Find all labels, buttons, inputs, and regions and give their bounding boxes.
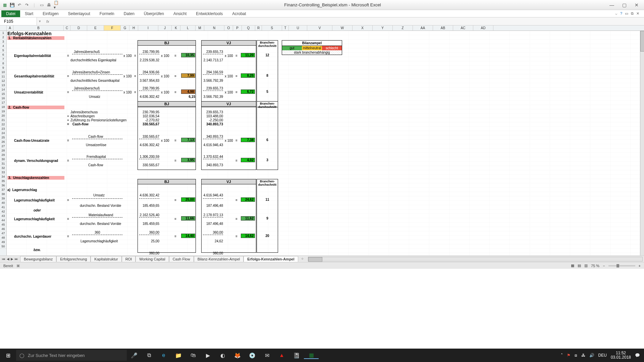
- quick-access-toolbar: ▦ 💾 ↶ ↷ | ▭ 🖶 📋▾: [0, 2, 61, 8]
- print-icon[interactable]: 🖶: [46, 2, 52, 8]
- redo-icon[interactable]: ↷: [24, 2, 30, 8]
- tray-lang[interactable]: DEU: [598, 353, 607, 358]
- zoom-in-icon[interactable]: +: [639, 264, 641, 268]
- name-box[interactable]: F105: [0, 17, 37, 25]
- help-icon[interactable]: ?: [620, 11, 622, 16]
- macro-icon[interactable]: ▣: [16, 263, 20, 268]
- undo-icon[interactable]: ↶: [17, 2, 22, 8]
- minimize-icon[interactable]: —: [609, 2, 614, 8]
- window-icon[interactable]: ▭: [625, 11, 628, 16]
- zoom-level: 75 %: [591, 264, 599, 268]
- window-title: Finanz-Controlling_Beispiel.xlsm - Micro…: [61, 2, 604, 7]
- tray-volume-icon[interactable]: 🔊: [589, 353, 594, 358]
- view-break-icon[interactable]: ▥: [584, 263, 588, 268]
- restore-icon[interactable]: ⧉: [631, 11, 634, 16]
- formula-input[interactable]: [53, 17, 644, 25]
- section-3: 3. Umschlagskennzahlen: [7, 176, 64, 180]
- ampel-title: Bilanzampel: [282, 41, 342, 46]
- ribbon: Datei Start Einfügen Seitenlayout Formel…: [0, 10, 644, 17]
- disc-icon[interactable]: 💿: [245, 352, 260, 359]
- store-icon[interactable]: 🛍: [186, 352, 201, 358]
- search-icon: ◯: [19, 353, 24, 358]
- tray-notifications-icon[interactable]: 💬: [635, 353, 640, 358]
- sheet-tabs: ⏮◀▶⏭ Bewegungsbilanz Erfolgsrechnung Kap…: [0, 255, 644, 262]
- status-bar: Bereit ▣ ▦ ▤ ▥ 75 % − +: [0, 262, 644, 269]
- acrobat-icon[interactable]: ▲: [274, 352, 289, 358]
- explorer-icon[interactable]: 📁: [171, 352, 186, 359]
- edge-icon[interactable]: e: [156, 352, 171, 358]
- tab-formulas[interactable]: Formeln: [95, 10, 119, 17]
- tab-data[interactable]: Daten: [119, 10, 139, 17]
- tray-clock[interactable]: 11:5203.01.2018: [611, 351, 631, 360]
- vj-header: VJ: [201, 40, 256, 46]
- window-controls: — ▢ ✕: [604, 2, 644, 8]
- media-icon[interactable]: ▶: [201, 352, 215, 359]
- column-headers[interactable]: A B C D E F G H I J K L M N O P Q R S T …: [0, 25, 644, 31]
- cortana-mic-icon[interactable]: 🎤: [127, 352, 142, 359]
- section-2: 2. Cash-flow: [7, 106, 64, 109]
- paste-icon[interactable]: 📋▾: [54, 2, 59, 8]
- vertical-scrollbar[interactable]: [640, 31, 644, 255]
- tray-security-icon[interactable]: ⚑: [567, 353, 571, 358]
- tray-dropbox-icon[interactable]: ⧈: [575, 353, 577, 358]
- sheet-tab[interactable]: Kapitalstruktur: [91, 256, 121, 262]
- status-ready: Bereit: [3, 264, 13, 268]
- tray-network-icon[interactable]: 🖧: [581, 353, 585, 358]
- new-icon[interactable]: ▭: [39, 2, 44, 8]
- taskbar-search[interactable]: ◯Zur Suche Text hier eingeben: [16, 350, 127, 361]
- bj-header: BJ: [138, 40, 196, 46]
- row-headers[interactable]: 1234567891011121314151617181920212223242…: [0, 31, 7, 255]
- tab-insert[interactable]: Einfügen: [38, 10, 63, 17]
- excel-taskbar-icon[interactable]: ▦: [304, 352, 319, 359]
- sheet-tab[interactable]: Cash Flow: [169, 256, 194, 262]
- excel-icon: ▦: [2, 2, 7, 8]
- bilanzampel: Bilanzampel gut mittelneutral schlecht s…: [282, 40, 342, 55]
- sheet-tab[interactable]: Bewegungsbilanz: [20, 256, 56, 262]
- sheet-tab[interactable]: ROI: [122, 256, 136, 262]
- worksheet[interactable]: 1234567891011121314151617181920212223242…: [0, 31, 644, 255]
- close2-icon[interactable]: ✕: [636, 11, 639, 16]
- sep: |: [32, 2, 37, 8]
- sheet-nav[interactable]: ⏮◀▶⏭: [0, 257, 20, 261]
- tab-developer[interactable]: Entwicklertools: [191, 10, 227, 17]
- fx-icon[interactable]: fx: [43, 19, 53, 23]
- tab-file[interactable]: Datei: [1, 10, 20, 17]
- section-1: 1. Rentabilitätskennzahlen: [7, 36, 64, 40]
- maximize-icon[interactable]: ▢: [622, 2, 627, 8]
- bd-header: Branchen- durchschnitt: [257, 41, 277, 48]
- title-bar: ▦ 💾 ↶ ↷ | ▭ 🖶 📋▾ Finanz-Controlling_Beis…: [0, 0, 644, 10]
- name-dropdown-icon[interactable]: ▾: [37, 19, 43, 23]
- save-icon[interactable]: 💾: [9, 2, 15, 8]
- firefox-icon[interactable]: 🦊: [230, 352, 245, 359]
- page-title: Erfolgs-Kennzahlen: [7, 31, 51, 36]
- tab-layout[interactable]: Seitenlayout: [63, 10, 95, 17]
- view-normal-icon[interactable]: ▦: [571, 263, 574, 268]
- horizontal-scrollbar[interactable]: [308, 257, 643, 261]
- view-layout-icon[interactable]: ▤: [578, 263, 581, 268]
- ribbon-min-icon[interactable]: ⌵: [615, 11, 618, 16]
- sheet-tab-active[interactable]: Erfolgs-Kennzahlen-Ampel: [244, 256, 298, 262]
- tab-start[interactable]: Start: [20, 10, 38, 17]
- sheet-tab[interactable]: Working Capital: [136, 256, 169, 262]
- formula-bar: F105 ▾ fx: [0, 17, 644, 25]
- start-button[interactable]: ⊞: [0, 352, 16, 359]
- sheet-tab[interactable]: Bilanz-Kennzahlen-Ampel: [194, 256, 244, 262]
- taskview-icon[interactable]: ⧉: [142, 352, 156, 358]
- app-icon[interactable]: ◐: [215, 352, 230, 359]
- zoom-out-icon[interactable]: −: [603, 264, 605, 268]
- zoom-slider[interactable]: [608, 265, 635, 266]
- tab-review[interactable]: Überprüfen: [139, 10, 169, 17]
- tray-up-icon[interactable]: ˄: [561, 353, 563, 358]
- tab-acrobat[interactable]: Acrobat: [227, 10, 251, 17]
- taskbar: ⊞ ◯Zur Suche Text hier eingeben 🎤 ⧉ e 📁 …: [0, 349, 644, 362]
- tab-view[interactable]: Ansicht: [169, 10, 191, 17]
- cells-grid[interactable]: Erfolgs-Kennzahlen 1. Rentabilitätskennz…: [7, 31, 640, 255]
- new-sheet-icon[interactable]: ✧: [298, 257, 307, 261]
- notes-icon[interactable]: 📓: [289, 352, 304, 359]
- sheet-tab[interactable]: Erfolgsrechnung: [56, 256, 91, 262]
- mail-icon[interactable]: ✉: [260, 352, 274, 359]
- close-icon[interactable]: ✕: [635, 2, 639, 8]
